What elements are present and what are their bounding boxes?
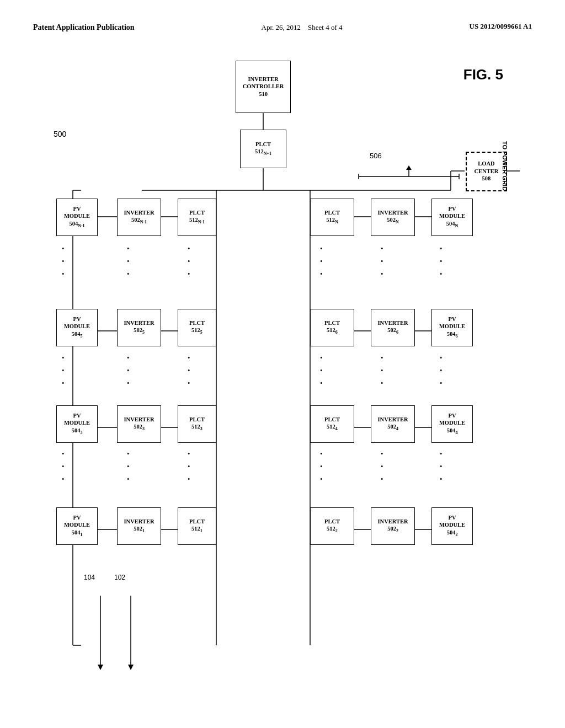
- page-header: Patent Application Publication Apr. 26, …: [33, 22, 532, 33]
- svg-marker-40: [406, 165, 412, 170]
- plct-5-left: PLCT5125: [178, 309, 216, 346]
- plct-6-right: PLCT5126: [310, 309, 354, 346]
- power-grid-label: TO POWER GRID: [502, 141, 508, 190]
- dots-pv-right-3: ···: [440, 448, 443, 486]
- fig-label-text: FIG. 5: [463, 66, 503, 83]
- label-104: 104: [84, 574, 95, 581]
- fig-label: FIG. 5: [463, 66, 503, 83]
- dots-plct-left-3: ···: [188, 448, 190, 486]
- svg-marker-35: [128, 665, 134, 670]
- pv-module-3-left: PVMODULE5043: [56, 405, 98, 443]
- dots-plct-right-n1: ···: [320, 243, 323, 281]
- inverter-n-right: INVERTER502N: [371, 199, 415, 236]
- dots-inv-right-3: ···: [381, 448, 383, 486]
- dots-plct-left-n1: ···: [188, 243, 190, 281]
- diagram: FIG. 5 500 INVERTERCONTROLLER510 PLCT512…: [45, 44, 520, 678]
- plct-1-left: PLCT5121: [178, 507, 216, 545]
- dots-pv-left-5: ···: [62, 352, 65, 390]
- dots-pv-right-n1: ···: [440, 243, 443, 281]
- dots-pv-left-3: ···: [62, 448, 65, 486]
- inverter-2-right: INVERTER5022: [371, 507, 415, 545]
- pv-module-6-right: PVMODULE5046: [431, 309, 473, 346]
- dots-pv-left-n1: ···: [62, 243, 65, 281]
- svg-marker-33: [98, 665, 103, 670]
- label-506: 506: [370, 152, 382, 160]
- inverter-3-left: INVERTER5023: [117, 405, 161, 443]
- header-center: Apr. 26, 2012 Sheet 4 of 4: [262, 22, 343, 33]
- dots-pv-right-5: ···: [440, 352, 443, 390]
- inverter-1-left: INVERTER5021: [117, 507, 161, 545]
- inverter-controller-box: INVERTERCONTROLLER510: [236, 61, 291, 113]
- inverter-4-right: INVERTER5024: [371, 405, 415, 443]
- dots-plct-right-3: ···: [320, 448, 323, 486]
- header-left: Patent Application Publication: [33, 22, 135, 33]
- pv-module-5-left: PVMODULE5045: [56, 309, 98, 346]
- dots-plct-right-5: ···: [320, 352, 323, 390]
- pv-module-4-right: PVMODULE5044: [431, 405, 473, 443]
- dots-inv-left-n1: ···: [127, 243, 130, 281]
- plct-2-right: PLCT5122: [310, 507, 354, 545]
- publication-title: Patent Application Publication: [33, 23, 135, 31]
- pv-module-2-right: PVMODULE5042: [431, 507, 473, 545]
- dots-inv-right-5: ···: [381, 352, 383, 390]
- plct-n-right: PLCT512N: [310, 199, 354, 236]
- pv-module-n-right: PVMODULE504N: [431, 199, 473, 236]
- plct-n1-left: PLCT512N-1: [178, 199, 216, 236]
- pub-date: Apr. 26, 2012: [262, 23, 301, 31]
- pv-module-1-left: PVMODULE5041: [56, 507, 98, 545]
- dots-inv-right-n1: ···: [381, 243, 383, 281]
- dots-plct-left-5: ···: [188, 352, 190, 390]
- load-center-box: LOADCENTER508: [466, 152, 507, 191]
- pv-module-n1-left: PVMODULE504N-1: [56, 199, 98, 236]
- inverter-5-left: INVERTER5025: [117, 309, 161, 346]
- label-500: 500: [54, 130, 66, 138]
- plct-n1-box: PLCT512N+1: [240, 130, 286, 168]
- dots-inv-left-5: ···: [127, 352, 130, 390]
- dots-inv-left-3: ···: [127, 448, 130, 486]
- inverter-6-right: INVERTER5026: [371, 309, 415, 346]
- plct-3-left: PLCT5123: [178, 405, 216, 443]
- patent-number: US 2012/0099661 A1: [470, 22, 532, 30]
- inverter-n1-left: INVERTER502N-1: [117, 199, 161, 236]
- sheet-info: Sheet 4 of 4: [308, 23, 342, 31]
- label-102: 102: [114, 574, 125, 581]
- header-right: US 2012/0099661 A1: [470, 22, 532, 31]
- plct-4-right: PLCT5124: [310, 405, 354, 443]
